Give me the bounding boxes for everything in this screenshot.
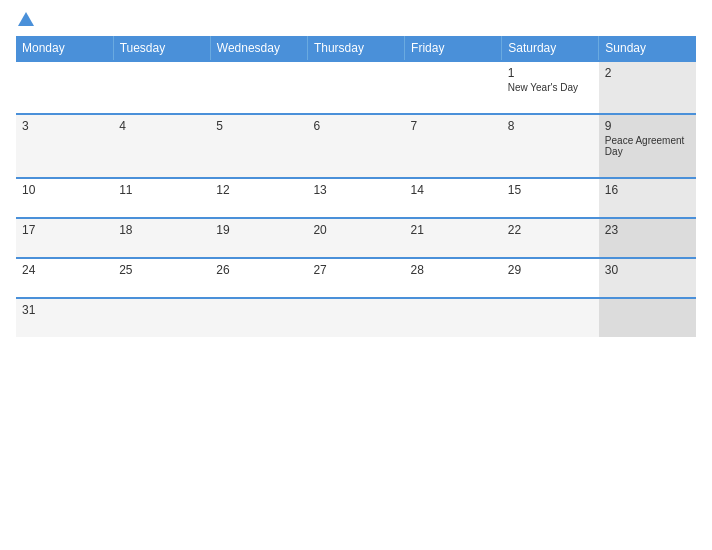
calendar-cell: 7 (405, 114, 502, 178)
calendar-cell (405, 298, 502, 337)
day-number: 23 (605, 223, 690, 237)
calendar-cell: 5 (210, 114, 307, 178)
day-number: 9 (605, 119, 690, 133)
calendar-cell (599, 298, 696, 337)
calendar-cell: 4 (113, 114, 210, 178)
calendar-cell (113, 61, 210, 114)
col-header-tuesday: Tuesday (113, 36, 210, 61)
day-number: 19 (216, 223, 301, 237)
calendar-cell: 9Peace Agreement Day (599, 114, 696, 178)
calendar-cell: 2 (599, 61, 696, 114)
calendar-cell: 14 (405, 178, 502, 218)
calendar-cell: 13 (307, 178, 404, 218)
calendar-cell: 8 (502, 114, 599, 178)
day-number: 29 (508, 263, 593, 277)
calendar-cell: 29 (502, 258, 599, 298)
calendar-week-row: 1New Year's Day2 (16, 61, 696, 114)
calendar-cell (307, 298, 404, 337)
calendar-cell (405, 61, 502, 114)
col-header-sunday: Sunday (599, 36, 696, 61)
day-number: 15 (508, 183, 593, 197)
day-number: 4 (119, 119, 204, 133)
col-header-saturday: Saturday (502, 36, 599, 61)
day-number: 7 (411, 119, 496, 133)
day-number: 8 (508, 119, 593, 133)
day-number: 18 (119, 223, 204, 237)
calendar-cell (210, 61, 307, 114)
calendar-cell (307, 61, 404, 114)
calendar-page: MondayTuesdayWednesdayThursdayFridaySatu… (0, 0, 712, 550)
day-number: 25 (119, 263, 204, 277)
calendar-cell (16, 61, 113, 114)
day-number: 26 (216, 263, 301, 277)
calendar-cell: 19 (210, 218, 307, 258)
calendar-cell: 23 (599, 218, 696, 258)
calendar-week-row: 10111213141516 (16, 178, 696, 218)
day-number: 22 (508, 223, 593, 237)
logo-row (16, 12, 34, 28)
calendar-cell: 6 (307, 114, 404, 178)
calendar-table: MondayTuesdayWednesdayThursdayFridaySatu… (16, 36, 696, 337)
calendar-cell: 22 (502, 218, 599, 258)
day-number: 5 (216, 119, 301, 133)
day-number: 28 (411, 263, 496, 277)
calendar-cell: 20 (307, 218, 404, 258)
day-number: 2 (605, 66, 690, 80)
day-number: 27 (313, 263, 398, 277)
day-number: 14 (411, 183, 496, 197)
day-number: 6 (313, 119, 398, 133)
day-number: 20 (313, 223, 398, 237)
calendar-cell: 30 (599, 258, 696, 298)
logo-block (16, 12, 34, 28)
holiday-name: Peace Agreement Day (605, 135, 690, 157)
col-header-thursday: Thursday (307, 36, 404, 61)
day-number: 17 (22, 223, 107, 237)
logo-triangle-icon (18, 12, 34, 26)
calendar-week-row: 3456789Peace Agreement Day (16, 114, 696, 178)
calendar-week-row: 17181920212223 (16, 218, 696, 258)
calendar-cell (113, 298, 210, 337)
calendar-cell: 31 (16, 298, 113, 337)
calendar-cell: 17 (16, 218, 113, 258)
calendar-cell: 12 (210, 178, 307, 218)
calendar-cell: 18 (113, 218, 210, 258)
calendar-cell: 1New Year's Day (502, 61, 599, 114)
calendar-cell: 27 (307, 258, 404, 298)
day-number: 24 (22, 263, 107, 277)
day-number: 16 (605, 183, 690, 197)
header (16, 12, 696, 28)
calendar-cell: 11 (113, 178, 210, 218)
calendar-cell (210, 298, 307, 337)
logo (16, 12, 34, 28)
calendar-body: 1New Year's Day23456789Peace Agreement D… (16, 61, 696, 337)
col-header-monday: Monday (16, 36, 113, 61)
day-number: 3 (22, 119, 107, 133)
calendar-header-row: MondayTuesdayWednesdayThursdayFridaySatu… (16, 36, 696, 61)
calendar-cell: 3 (16, 114, 113, 178)
calendar-cell: 15 (502, 178, 599, 218)
col-header-friday: Friday (405, 36, 502, 61)
col-header-wednesday: Wednesday (210, 36, 307, 61)
day-number: 12 (216, 183, 301, 197)
day-number: 11 (119, 183, 204, 197)
calendar-cell (502, 298, 599, 337)
day-number: 10 (22, 183, 107, 197)
calendar-week-row: 24252627282930 (16, 258, 696, 298)
day-number: 21 (411, 223, 496, 237)
holiday-name: New Year's Day (508, 82, 593, 93)
day-number: 31 (22, 303, 107, 317)
day-number: 13 (313, 183, 398, 197)
calendar-cell: 26 (210, 258, 307, 298)
calendar-week-row: 31 (16, 298, 696, 337)
calendar-cell: 28 (405, 258, 502, 298)
calendar-cell: 24 (16, 258, 113, 298)
day-number: 1 (508, 66, 593, 80)
day-number: 30 (605, 263, 690, 277)
calendar-cell: 25 (113, 258, 210, 298)
calendar-cell: 10 (16, 178, 113, 218)
calendar-cell: 16 (599, 178, 696, 218)
calendar-cell: 21 (405, 218, 502, 258)
